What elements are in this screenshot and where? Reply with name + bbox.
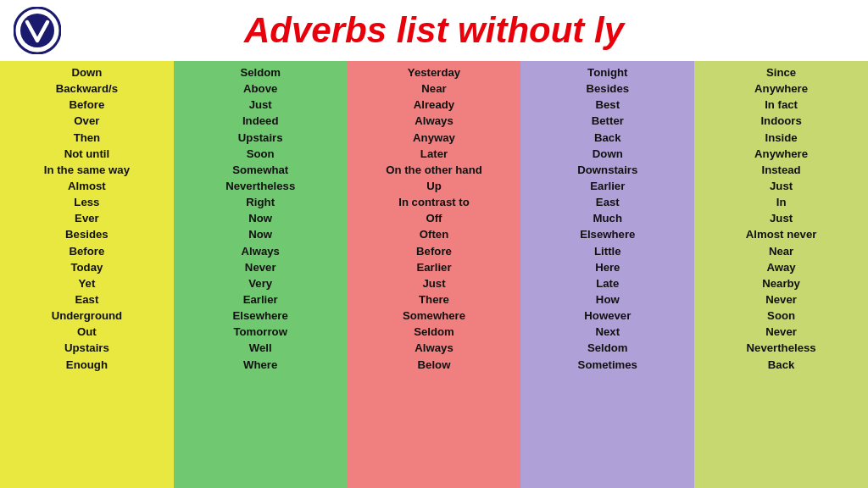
list-item: Upstairs	[238, 130, 283, 146]
list-item: Away	[766, 259, 795, 275]
list-item: Always	[415, 340, 453, 356]
list-item: Very	[248, 275, 272, 291]
list-item: There	[419, 291, 449, 308]
list-item: Besides	[65, 226, 108, 242]
list-item: Right	[246, 194, 275, 210]
list-item: Ever	[75, 210, 99, 226]
list-item: Instead	[762, 162, 801, 178]
list-item: Never	[765, 291, 797, 308]
list-item: Almost	[68, 178, 106, 194]
list-item: Never	[765, 324, 797, 340]
list-item: Just	[770, 178, 793, 194]
list-item: Less	[74, 194, 99, 210]
list-item: Then	[74, 130, 101, 146]
list-item: Nevertheless	[747, 340, 816, 356]
list-item: Often	[420, 226, 448, 242]
list-item: Always	[415, 113, 453, 129]
list-item: Not until	[64, 146, 109, 162]
list-item: Anywhere	[754, 80, 808, 97]
list-item: Somewhere	[403, 308, 465, 324]
column-col4: TonightBesidesBestBetterBackDownDownstai…	[520, 61, 694, 488]
list-item: Earlier	[590, 178, 625, 194]
list-item: Before	[416, 243, 452, 259]
list-item: Backward/s	[56, 80, 118, 97]
list-item: Seldom	[587, 340, 628, 356]
header: Adverbs list without ly	[0, 0, 868, 61]
list-item: Nevertheless	[225, 178, 295, 194]
list-item: Best	[595, 97, 620, 113]
list-item: Seldom	[240, 64, 281, 80]
list-item: Late	[596, 275, 619, 291]
list-item: Anywhere	[754, 146, 808, 162]
list-item: Later	[420, 146, 448, 162]
list-item: Yesterday	[408, 64, 460, 80]
list-item: Much	[593, 210, 622, 226]
list-item: Soon	[247, 146, 275, 162]
list-item: Elsewhere	[233, 308, 288, 324]
list-item: Back	[594, 130, 621, 146]
page-title: Adverbs list without ly	[244, 10, 624, 51]
list-item: In fact	[765, 97, 798, 113]
list-item: Tonight	[587, 64, 627, 80]
list-item: Enough	[66, 357, 108, 373]
column-col5: SinceAnywhereIn factIndoorsInsideAnywher…	[694, 61, 868, 488]
list-item: Downstairs	[577, 162, 637, 178]
list-item: Today	[70, 259, 103, 275]
list-item: Underground	[52, 308, 123, 324]
column-col3: YesterdayNearAlreadyAlwaysAnywayLaterOn …	[348, 61, 521, 488]
list-item: Soon	[767, 308, 795, 324]
column-col2: SeldomAboveJustIndeedUpstairsSoonSomewha…	[174, 61, 348, 488]
list-item: In	[776, 194, 787, 210]
logo	[14, 7, 61, 54]
list-item: Before	[70, 243, 105, 259]
list-item: How	[596, 291, 620, 308]
list-item: Near	[421, 80, 446, 97]
list-item: Anyway	[413, 130, 455, 146]
list-item: Just	[422, 275, 445, 291]
list-item: Earlier	[243, 291, 278, 308]
list-item: Little	[594, 243, 621, 259]
list-item: Earlier	[416, 259, 451, 275]
list-item: Just	[770, 210, 793, 226]
list-item: Already	[414, 97, 454, 113]
list-item: Back	[768, 357, 795, 373]
list-item: On the other hand	[386, 162, 482, 178]
list-item: Next	[595, 324, 620, 340]
list-item: Below	[418, 357, 451, 373]
list-item: Here	[595, 259, 620, 275]
list-item: Indoors	[760, 113, 801, 129]
list-item: Upstairs	[64, 340, 109, 356]
list-item: Above	[243, 80, 277, 97]
list-item: Out	[77, 324, 97, 340]
list-item: Yet	[79, 275, 96, 291]
column-col1: DownBackward/sBeforeOverThenNot untilIn …	[0, 61, 174, 488]
list-item: Since	[766, 64, 796, 80]
list-item: Inside	[765, 130, 798, 146]
list-item: Off	[426, 210, 442, 226]
list-item: Tomorrow	[233, 324, 287, 340]
list-item: However	[584, 308, 631, 324]
list-item: Up	[426, 178, 442, 194]
list-item: East	[596, 194, 620, 210]
list-item: Seldom	[414, 324, 454, 340]
list-item: Where	[243, 357, 277, 373]
list-item: Just	[249, 97, 272, 113]
list-item: Down	[593, 146, 623, 162]
list-item: Indeed	[242, 113, 279, 129]
list-item: Always	[241, 243, 279, 259]
list-item: Besides	[586, 80, 629, 97]
list-item: Near	[769, 243, 793, 259]
list-item: Over	[74, 113, 99, 129]
list-item: Elsewhere	[580, 226, 635, 242]
list-item: Now	[248, 226, 272, 242]
list-item: East	[75, 291, 98, 308]
list-item: Never	[245, 259, 276, 275]
list-item: In the same way	[44, 162, 130, 178]
list-item: Now	[248, 210, 272, 226]
list-item: Better	[592, 113, 624, 129]
list-item: Sometimes	[578, 357, 637, 373]
list-item: Before	[70, 97, 105, 113]
list-item: Almost never	[746, 226, 817, 242]
list-item: Nearby	[762, 275, 800, 291]
list-item: Somewhat	[232, 162, 288, 178]
